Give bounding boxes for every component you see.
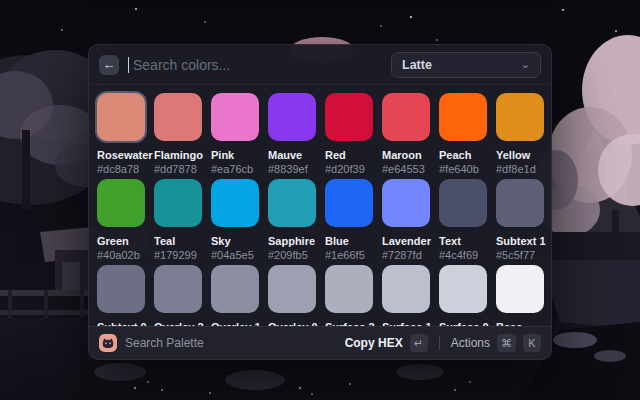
color-swatch[interactable] — [496, 179, 544, 227]
color-swatch[interactable] — [496, 93, 544, 141]
copy-hex-button[interactable]: Copy HEX — [345, 336, 403, 350]
color-name-label: Blue — [325, 235, 373, 247]
color-hex-label: #dd7878 — [154, 163, 202, 175]
color-cell-text: Text#4c4f69 — [439, 179, 487, 265]
color-name-label: Sapphire — [268, 235, 316, 247]
k-key-icon: K — [523, 334, 541, 352]
text-cursor — [128, 57, 129, 73]
color-swatch[interactable] — [382, 265, 430, 313]
color-cell-overlay-2: Overlay 2 — [154, 265, 202, 328]
color-cell-subtext-1: Subtext 1#5c5f77 — [496, 179, 544, 265]
footer-divider — [439, 336, 440, 350]
color-name-label: Yellow — [496, 149, 544, 161]
chevron-down-icon: ⌄ — [521, 58, 530, 71]
catppuccin-logo-icon — [99, 334, 117, 352]
color-hex-label: #ea76cb — [211, 163, 259, 175]
color-cell-maroon: Maroon#e64553 — [382, 93, 430, 179]
color-cell-blue: Blue#1e66f5 — [325, 179, 373, 265]
color-name-label: Pink — [211, 149, 259, 161]
color-cell-sky: Sky#04a5e5 — [211, 179, 259, 265]
color-cell-surface-0: Surface 0 — [439, 265, 487, 328]
color-hex-label: #179299 — [154, 249, 202, 261]
color-name-label: Teal — [154, 235, 202, 247]
color-swatch[interactable] — [268, 93, 316, 141]
color-hex-label: #209fb5 — [268, 249, 316, 261]
color-cell-pink: Pink#ea76cb — [211, 93, 259, 179]
color-hex-label: #04a5e5 — [211, 249, 259, 261]
footer-bar: Search Palette Copy HEX ↵ Actions ⌘ K — [89, 326, 551, 359]
color-swatch[interactable] — [97, 179, 145, 227]
color-name-label: Red — [325, 149, 373, 161]
color-name-label: Flamingo — [154, 149, 202, 161]
color-swatch[interactable] — [97, 93, 145, 141]
back-button[interactable]: ← — [99, 55, 119, 75]
color-hex-label: #7287fd — [382, 249, 430, 261]
color-hex-label: #e64553 — [382, 163, 430, 175]
color-cell-surface-1: Surface 1 — [382, 265, 430, 328]
color-cell-overlay-0: Overlay 0 — [268, 265, 316, 328]
color-swatch[interactable] — [211, 93, 259, 141]
color-hex-label: #5c5f77 — [496, 249, 544, 261]
color-name-label: Subtext 1 — [496, 235, 544, 247]
color-swatch[interactable] — [439, 265, 487, 313]
color-cell-subtext-0: Subtext 0 — [97, 265, 145, 328]
color-picker-window: ← Latte ⌄ Rosewater#dc8a78Flamingo#dd787… — [88, 44, 552, 360]
color-swatch[interactable] — [268, 265, 316, 313]
actions-button[interactable]: Actions — [451, 336, 490, 350]
color-cell-peach: Peach#fe640b — [439, 93, 487, 179]
color-cell-lavender: Lavender#7287fd — [382, 179, 430, 265]
color-cell-flamingo: Flamingo#dd7878 — [154, 93, 202, 179]
color-name-label: Text — [439, 235, 487, 247]
color-hex-label: #d20f39 — [325, 163, 373, 175]
color-name-label: Sky — [211, 235, 259, 247]
color-swatch[interactable] — [211, 179, 259, 227]
color-cell-rosewater: Rosewater#dc8a78 — [97, 93, 145, 179]
color-swatch[interactable] — [439, 93, 487, 141]
cmd-key-icon: ⌘ — [497, 334, 516, 352]
color-name-label: Rosewater — [97, 149, 145, 161]
footer-actions: Copy HEX ↵ Actions ⌘ K — [345, 334, 541, 352]
color-cell-sapphire: Sapphire#209fb5 — [268, 179, 316, 265]
search-input[interactable] — [131, 56, 391, 74]
color-cell-surface-2: Surface 2 — [325, 265, 373, 328]
color-name-label: Green — [97, 235, 145, 247]
enter-key-icon: ↵ — [410, 334, 428, 352]
color-name-label: Peach — [439, 149, 487, 161]
color-cell-teal: Teal#179299 — [154, 179, 202, 265]
app-name-label: Search Palette — [125, 336, 204, 350]
color-hex-label: #fe640b — [439, 163, 487, 175]
color-swatch[interactable] — [439, 179, 487, 227]
color-swatch[interactable] — [154, 93, 202, 141]
flavor-dropdown-value: Latte — [402, 58, 432, 72]
color-name-label: Lavender — [382, 235, 430, 247]
color-swatch[interactable] — [268, 179, 316, 227]
color-cell-mauve: Mauve#8839ef — [268, 93, 316, 179]
color-swatch[interactable] — [154, 179, 202, 227]
color-hex-label: #dc8a78 — [97, 163, 145, 175]
color-swatch[interactable] — [325, 265, 373, 313]
color-cell-yellow: Yellow#df8e1d — [496, 93, 544, 179]
color-swatch[interactable] — [97, 265, 145, 313]
palette-grid: Rosewater#dc8a78Flamingo#dd7878Pink#ea76… — [89, 85, 551, 328]
color-swatch[interactable] — [325, 93, 373, 141]
color-swatch[interactable] — [382, 93, 430, 141]
color-swatch[interactable] — [382, 179, 430, 227]
screen: ← Latte ⌄ Rosewater#dc8a78Flamingo#dd787… — [0, 0, 640, 400]
color-hex-label: #1e66f5 — [325, 249, 373, 261]
flavor-dropdown[interactable]: Latte ⌄ — [391, 52, 541, 78]
color-swatch[interactable] — [154, 265, 202, 313]
color-cell-overlay-1: Overlay 1 — [211, 265, 259, 328]
back-arrow-icon: ← — [103, 58, 116, 71]
color-name-label: Maroon — [382, 149, 430, 161]
color-swatch[interactable] — [325, 179, 373, 227]
color-hex-label: #40a02b — [97, 249, 145, 261]
color-cell-red: Red#d20f39 — [325, 93, 373, 179]
color-cell-green: Green#40a02b — [97, 179, 145, 265]
color-swatch[interactable] — [496, 265, 544, 313]
color-hex-label: #df8e1d — [496, 163, 544, 175]
color-swatch[interactable] — [211, 265, 259, 313]
color-name-label: Mauve — [268, 149, 316, 161]
color-cell-base: Base — [496, 265, 544, 328]
search-header: ← Latte ⌄ — [89, 45, 551, 85]
color-hex-label: #4c4f69 — [439, 249, 487, 261]
